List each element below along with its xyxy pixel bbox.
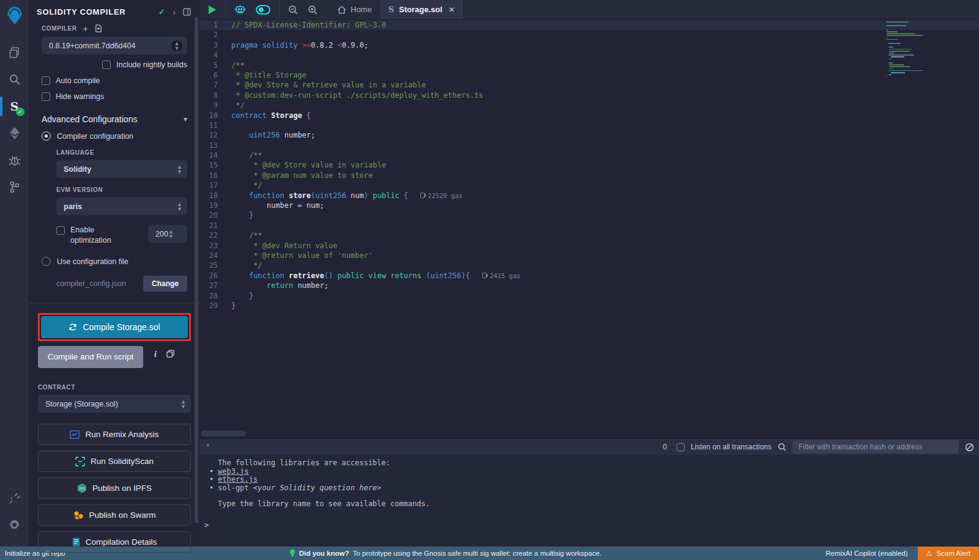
scam-alert-badge[interactable]: ⚠ Scam Alert xyxy=(918,547,979,560)
code-line[interactable]: 16 * @param num value to store xyxy=(199,171,979,180)
solidity-compiler-icon[interactable]: S ✓ xyxy=(0,93,29,120)
line-number: 12 xyxy=(199,130,231,140)
pin-panel-icon[interactable] xyxy=(183,8,191,16)
code-line[interactable]: 20 } xyxy=(199,210,979,220)
terminal-prompt[interactable]: > xyxy=(204,521,209,530)
code-line[interactable]: 2 xyxy=(199,30,979,40)
details-doc-icon xyxy=(72,537,80,547)
use-configuration-file-radio[interactable] xyxy=(42,257,51,266)
ai-toggle-icon[interactable] xyxy=(251,0,275,19)
compiler-version-select[interactable]: 0.8.19+commit.7dd6d404 ▲▼ xyxy=(42,37,187,54)
sol-gpt-label: sol-gpt xyxy=(218,484,253,492)
debugger-icon[interactable] xyxy=(0,147,29,174)
code-line[interactable]: 17 */ xyxy=(199,180,979,190)
hide-warnings-checkbox[interactable] xyxy=(42,92,50,101)
gas-pump-icon xyxy=(482,273,486,278)
run-script-play-icon[interactable] xyxy=(203,0,221,19)
chevron-right-icon[interactable]: › xyxy=(173,7,176,17)
code-line[interactable]: 5/** xyxy=(199,61,979,70)
remix-logo-icon[interactable] xyxy=(0,4,29,28)
close-tab-icon[interactable]: ✕ xyxy=(447,4,456,15)
code-line[interactable]: 7 * @dev Store & retrieve value in a var… xyxy=(199,80,979,90)
git-icon[interactable] xyxy=(0,174,29,201)
code-line[interactable]: 19 number = num; xyxy=(199,201,979,210)
code-line[interactable]: 26 function retrieve() public view retur… xyxy=(199,271,979,281)
code-line[interactable]: 6 * @title Storage xyxy=(199,70,979,80)
contract-select[interactable]: Storage (Storage.sol) ▲▼ xyxy=(38,395,191,413)
transaction-filter-input[interactable] xyxy=(792,440,959,454)
code-line[interactable]: 3pragma solidity >=0.8.2 <0.9.0; xyxy=(199,40,979,50)
deploy-and-run-icon[interactable] xyxy=(0,120,29,147)
code-line[interactable]: 18 function store(uint256 num) public {2… xyxy=(199,191,979,201)
minimap-line xyxy=(889,53,893,54)
remix-ai-robot-icon[interactable] xyxy=(229,0,251,19)
evm-version-select[interactable]: paris ▲▼ xyxy=(56,197,187,215)
code-line[interactable]: 29} xyxy=(199,301,979,311)
minimap-line xyxy=(886,21,909,23)
file-explorer-icon[interactable] xyxy=(0,39,29,66)
compile-button-label: Compile Storage.sol xyxy=(83,322,160,332)
compilation-details-button[interactable]: Compilation Details xyxy=(38,531,191,553)
remixai-copilot-status[interactable]: RemixAI Copilot (enabled) xyxy=(825,550,907,557)
plugin-manager-icon[interactable] xyxy=(0,484,29,511)
search-icon[interactable] xyxy=(0,66,29,93)
ethers-link[interactable]: ethers.js xyxy=(218,476,258,484)
code-line[interactable]: 24 * @return value of 'number' xyxy=(199,251,979,260)
code-line[interactable]: 11 xyxy=(199,120,979,130)
tab-storage-sol[interactable]: S Storage.sol ✕ xyxy=(381,0,463,19)
advanced-configurations-toggle[interactable]: Advanced Configurations ▾ xyxy=(42,114,187,124)
code-line[interactable]: 1// SPDX-License-Identifier: GPL-3.0 xyxy=(199,20,979,30)
code-line[interactable]: 9 */ xyxy=(199,100,979,110)
listen-transactions-checkbox[interactable] xyxy=(677,443,685,451)
line-number: 18 xyxy=(199,191,231,201)
code-line[interactable]: 4 xyxy=(199,50,979,60)
code-line[interactable]: 12 uint256 number; xyxy=(199,130,979,140)
code-line[interactable]: 15 * @dev Store value in variable xyxy=(199,160,979,170)
code-line[interactable]: 13 xyxy=(199,141,979,150)
expand-terminal-icon[interactable]: ⌃⌃ xyxy=(206,445,210,449)
compile-button[interactable]: Compile Storage.sol xyxy=(41,316,188,338)
svg-text:IPFS: IPFS xyxy=(79,487,85,490)
tab-home[interactable]: Home xyxy=(329,0,381,19)
clear-terminal-icon[interactable] xyxy=(965,443,974,452)
add-custom-compiler-icon[interactable]: + xyxy=(83,26,88,32)
language-select[interactable]: Solidity ▲▼ xyxy=(56,160,187,178)
open-compiler-file-icon[interactable] xyxy=(94,24,102,32)
code-line[interactable]: 22 /** xyxy=(199,230,979,240)
zoom-in-icon[interactable] xyxy=(303,0,322,19)
code-line[interactable]: 28 } xyxy=(199,291,979,301)
terminal-output[interactable]: The following libraries are accessible: … xyxy=(199,455,979,547)
horizontal-scrollbar[interactable] xyxy=(201,430,246,437)
include-nightly-checkbox[interactable] xyxy=(102,61,111,69)
run-remix-analysis-button[interactable]: Run Remix Analysis xyxy=(38,424,191,445)
compiler-configuration-radio[interactable] xyxy=(42,131,51,141)
code-line[interactable]: 14 /** xyxy=(199,150,979,160)
code-line[interactable]: 27 return number; xyxy=(199,281,979,290)
change-config-file-button[interactable]: Change xyxy=(143,276,187,292)
info-icon[interactable]: i xyxy=(154,350,157,359)
web3-link[interactable]: web3.js xyxy=(218,468,249,476)
code-line[interactable]: 8 * @custom:dev-run-script ./scripts/dep… xyxy=(199,90,979,100)
auto-compile-checkbox[interactable] xyxy=(42,76,50,85)
code-line[interactable]: 25 */ xyxy=(199,260,979,270)
optimization-runs-input[interactable]: 200 ▲▼ xyxy=(148,225,187,243)
terminal-search-icon[interactable] xyxy=(778,443,786,451)
code-line[interactable]: 23 * @dev Return value xyxy=(199,241,979,251)
run-solidityscan-button[interactable]: Run SolidityScan xyxy=(38,451,191,472)
minimap-line xyxy=(889,49,912,50)
publish-on-swarm-button[interactable]: Publish on Swarm xyxy=(38,504,191,526)
code-line[interactable]: 10contract Storage { xyxy=(199,111,979,120)
editor-minimap[interactable] xyxy=(886,21,942,78)
panel-scrollbar[interactable] xyxy=(195,17,198,523)
zoom-out-icon[interactable] xyxy=(283,0,303,19)
transaction-count: 0 xyxy=(663,443,667,451)
minimap-line xyxy=(888,43,901,44)
code-editor[interactable]: 1// SPDX-License-Identifier: GPL-3.023pr… xyxy=(199,19,979,438)
file-tab-label: Storage.sol xyxy=(399,5,442,14)
enable-optimization-checkbox[interactable] xyxy=(56,226,65,235)
compiler-version-value: 0.8.19+commit.7dd6d404 xyxy=(49,42,171,50)
settings-gear-icon[interactable] xyxy=(0,511,29,538)
copy-icon[interactable] xyxy=(166,349,174,360)
publish-on-ipfs-button[interactable]: IPFS Publish on IPFS xyxy=(38,477,191,499)
code-line[interactable]: 21 xyxy=(199,221,979,230)
